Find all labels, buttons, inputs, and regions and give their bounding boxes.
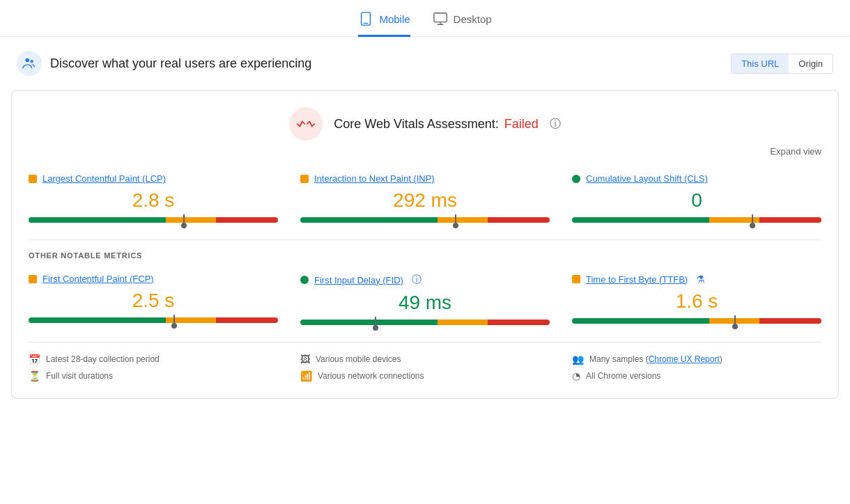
calendar-icon: 📅 xyxy=(29,354,40,365)
chrome-icon: ◔ xyxy=(572,370,580,381)
footer-network-text: Various network connections xyxy=(318,371,424,381)
header-section: Discover what your real users are experi… xyxy=(0,37,850,90)
bar-orange xyxy=(438,217,488,223)
footer-item-samples: 👥 Many samples (Chrome UX Report) xyxy=(572,354,821,365)
desktop-icon xyxy=(433,11,448,26)
metric-fid-bar xyxy=(300,320,550,325)
metric-ttfb-name[interactable]: Time to First Byte (TTFB) xyxy=(586,274,688,285)
bar-green xyxy=(572,318,709,324)
metric-ttfb-bar xyxy=(572,318,821,324)
metric-fid-indicator xyxy=(375,317,376,328)
clock-icon: ⏳ xyxy=(29,370,40,381)
bar-red xyxy=(216,317,279,323)
metric-fid-dot xyxy=(300,276,309,284)
main-card: Core Web Vitals Assessment: Failed ⓘ Exp… xyxy=(11,90,839,399)
this-url-button[interactable]: This URL xyxy=(732,54,789,73)
footer-item-network: 📶 Various network connections xyxy=(300,370,550,381)
metric-lcp-indicator xyxy=(183,214,185,226)
metric-fid-track xyxy=(300,320,550,325)
metric-lcp-dot xyxy=(29,175,37,183)
metric-fcp-label-row: First Contentful Paint (FCP) xyxy=(29,274,278,284)
metric-fcp-indicator xyxy=(173,315,175,326)
expand-view[interactable]: Expand view xyxy=(29,146,821,157)
bar-orange xyxy=(438,320,488,325)
metric-ttfb-track xyxy=(572,318,821,324)
metric-fid-name[interactable]: First Input Delay (FID) xyxy=(314,275,403,285)
failed-metric-icon xyxy=(296,117,316,131)
metric-cls-indicator xyxy=(752,214,753,226)
fid-info-icon[interactable]: ⓘ xyxy=(412,274,422,286)
metric-cls-dot xyxy=(572,175,580,183)
bar-green xyxy=(300,320,438,325)
metric-fcp-bar xyxy=(29,317,278,323)
metric-cls-bar xyxy=(572,217,821,223)
bar-green xyxy=(300,217,438,223)
tab-mobile-label: Mobile xyxy=(379,13,410,25)
metric-inp-indicator xyxy=(455,214,456,226)
bar-red xyxy=(488,320,550,325)
metric-lcp-track xyxy=(29,217,278,223)
users-icon: 👥 xyxy=(572,354,584,365)
metric-inp-bar xyxy=(300,217,550,223)
bar-green xyxy=(29,317,166,323)
metric-lcp-value: 2.8 s xyxy=(29,189,278,212)
metric-inp-track xyxy=(300,217,550,223)
footer-devices-text: Various mobile devices xyxy=(316,354,401,364)
metric-ttfb: Time to First Byte (TTFB) ⚗ 1.6 s xyxy=(572,274,821,325)
tab-mobile[interactable]: Mobile xyxy=(358,11,410,37)
bar-green xyxy=(29,217,166,223)
metric-lcp-name[interactable]: Largest Contentful Paint (LCP) xyxy=(42,173,166,184)
footer-grid: 📅 Latest 28-day collection period 🖼 Vari… xyxy=(29,342,821,381)
assessment-title-prefix: Core Web Vitals Assessment: xyxy=(334,117,498,131)
chrome-ux-report-link[interactable]: Chrome UX Report xyxy=(649,354,720,364)
metric-fcp-track xyxy=(29,317,278,323)
ttfb-flask-icon[interactable]: ⚗ xyxy=(696,274,705,285)
footer-item-devices: 🖼 Various mobile devices xyxy=(300,354,550,365)
metric-fid-label-row: First Input Delay (FID) ⓘ xyxy=(300,274,550,286)
footer-item-chrome: ◔ All Chrome versions xyxy=(572,370,821,381)
svg-point-5 xyxy=(26,58,30,63)
monitor-icon: 🖼 xyxy=(300,354,310,365)
metric-ttfb-label-row: Time to First Byte (TTFB) ⚗ xyxy=(572,274,821,285)
bar-orange xyxy=(166,217,216,223)
metric-inp: Interaction to Next Paint (INP) 292 ms xyxy=(300,173,550,223)
bar-red xyxy=(759,217,822,223)
url-toggle: This URL Origin xyxy=(731,54,833,74)
bar-red xyxy=(488,217,550,223)
metric-fcp-name[interactable]: First Contentful Paint (FCP) xyxy=(42,274,154,284)
tab-desktop[interactable]: Desktop xyxy=(433,11,492,37)
assessment-status: Failed xyxy=(504,117,539,131)
assessment-info-icon[interactable]: ⓘ xyxy=(550,117,561,132)
footer-item-visit: ⏳ Full visit durations xyxy=(29,370,278,381)
metric-inp-name[interactable]: Interaction to Next Paint (INP) xyxy=(314,173,435,184)
origin-button[interactable]: Origin xyxy=(789,54,833,73)
metric-cls-name[interactable]: Cumulative Layout Shift (CLS) xyxy=(586,173,708,184)
metric-cls-value: 0 xyxy=(572,189,821,212)
tab-bar: Mobile Desktop xyxy=(0,0,850,37)
metric-lcp-label-row: Largest Contentful Paint (LCP) xyxy=(29,173,278,184)
metric-lcp: Largest Contentful Paint (LCP) 2.8 s xyxy=(29,173,278,223)
footer-item-collection: 📅 Latest 28-day collection period xyxy=(29,354,278,365)
metric-inp-value: 292 ms xyxy=(300,189,550,212)
metric-cls-label-row: Cumulative Layout Shift (CLS) xyxy=(572,173,821,184)
metric-inp-label-row: Interaction to Next Paint (INP) xyxy=(300,173,550,184)
header-left: Discover what your real users are experi… xyxy=(17,51,311,76)
users-icon xyxy=(22,56,37,71)
assessment-title: Core Web Vitals Assessment: Failed xyxy=(334,117,538,132)
core-metrics-grid: Largest Contentful Paint (LCP) 2.8 s Int… xyxy=(29,173,821,223)
metric-inp-dot xyxy=(300,175,309,183)
metric-fcp-dot xyxy=(29,275,37,283)
section-divider xyxy=(29,239,821,240)
metric-ttfb-value: 1.6 s xyxy=(572,290,821,313)
assessment-header: Core Web Vitals Assessment: Failed ⓘ xyxy=(29,107,821,141)
metric-fid-value: 49 ms xyxy=(300,292,550,314)
mobile-icon xyxy=(358,11,373,26)
metric-ttfb-indicator xyxy=(734,315,736,326)
svg-point-6 xyxy=(30,60,33,63)
metric-fid: First Input Delay (FID) ⓘ 49 ms xyxy=(300,274,550,325)
wifi-icon: 📶 xyxy=(300,370,312,381)
metric-fcp: First Contentful Paint (FCP) 2.5 s xyxy=(29,274,278,325)
header-avatar xyxy=(17,51,42,76)
bar-red xyxy=(759,318,822,324)
tab-desktop-label: Desktop xyxy=(454,13,492,25)
